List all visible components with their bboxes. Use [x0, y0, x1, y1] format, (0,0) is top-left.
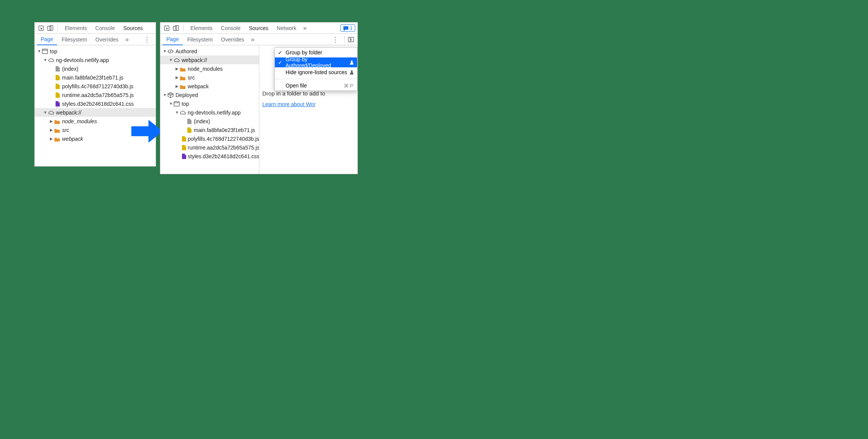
- tree-folder[interactable]: ▶src: [160, 73, 259, 82]
- drop-hint: Drop in a folder to add to: [262, 90, 354, 97]
- tree-label: Deployed: [174, 92, 198, 98]
- tree-label: main.fa8bfa0e23f1eb71.js: [61, 75, 123, 81]
- device-toggle-icon[interactable]: [46, 24, 54, 32]
- tree-top[interactable]: ▼top: [35, 47, 156, 56]
- tab-elements[interactable]: Elements: [187, 22, 216, 34]
- tab-console[interactable]: Console: [217, 22, 244, 34]
- tree-label: styles.d3e2b24618d2c641.css: [186, 153, 259, 159]
- main-tabstrip: Elements Console Sources: [35, 22, 156, 34]
- issues-count: 1: [350, 25, 353, 31]
- more-tabs-icon[interactable]: »: [301, 25, 309, 32]
- arrow-icon: [129, 118, 164, 145]
- tree-folder[interactable]: ▶webpack: [160, 82, 259, 91]
- tree-file[interactable]: polyfills.4c768d7122740d3b.js: [160, 134, 259, 143]
- tree-label: webpack: [186, 83, 209, 89]
- tab-sources[interactable]: Sources: [245, 22, 272, 34]
- subtab-filesystem[interactable]: Filesystem: [183, 34, 217, 45]
- menu-open-file[interactable]: Open file ⌘ P: [275, 81, 357, 91]
- tree-label: webpack://: [180, 57, 207, 63]
- subtab-overrides[interactable]: Overrides: [217, 34, 248, 45]
- subtab-overrides[interactable]: Overrides: [92, 34, 123, 45]
- more-tabs-icon[interactable]: »: [123, 36, 131, 43]
- menu-label: Group by Authored/Deployed: [286, 56, 353, 68]
- source-tree: ▼top ▼ng-devtools.netlify.app (index) ma…: [35, 45, 156, 166]
- toggle-navigator-icon[interactable]: [347, 35, 355, 44]
- tree-label: Authored: [174, 48, 197, 54]
- check-icon: ✓: [278, 49, 282, 56]
- tree-deployed[interactable]: ▼Deployed: [160, 91, 259, 99]
- menu-label: Group by folder: [286, 49, 322, 56]
- tree-top[interactable]: ▼top: [160, 99, 259, 108]
- flask-icon: [349, 60, 353, 65]
- tree-label: ng-devtools.netlify.app: [186, 110, 241, 116]
- tree-label: main.fa8bfa0e23f1eb71.js: [192, 127, 255, 133]
- tree-file[interactable]: runtime.aa2dc5a72b65a575.js: [35, 91, 156, 99]
- divider: [57, 25, 58, 32]
- tab-network[interactable]: Network: [273, 22, 300, 34]
- inspect-icon[interactable]: [163, 24, 171, 32]
- menu-shortcut: ⌘ P: [344, 83, 353, 89]
- subtab-page[interactable]: Page: [163, 34, 183, 45]
- tree-label: node_modules: [61, 118, 97, 124]
- tree-label: top: [48, 48, 57, 54]
- devtools-panel-after: Elements Console Sources Network » 1 Pag…: [160, 22, 358, 174]
- tree-folder[interactable]: ▶node_modules: [160, 64, 259, 73]
- tree-file[interactable]: (index): [160, 117, 259, 126]
- check-icon: ✓: [278, 59, 282, 65]
- tree-label: webpack: [61, 136, 83, 142]
- sources-subtabs: Page Filesystem Overrides » ⋮: [35, 34, 156, 45]
- tree-label: src: [61, 127, 69, 133]
- tree-file[interactable]: styles.d3e2b24618d2c641.css: [35, 99, 156, 108]
- tree-webpack[interactable]: ▼webpack://: [35, 108, 156, 117]
- tree-domain[interactable]: ▼ng-devtools.netlify.app: [160, 108, 259, 117]
- tab-console[interactable]: Console: [91, 22, 118, 34]
- tree-label: node_modules: [186, 66, 223, 72]
- device-toggle-icon[interactable]: [172, 24, 180, 32]
- source-tree: ▼Authored ▼webpack:// ▶node_modules ▶src…: [160, 45, 259, 174]
- tree-authored[interactable]: ▼Authored: [160, 47, 259, 56]
- context-menu: ✓ Group by folder ✓ Group by Authored/De…: [274, 47, 357, 91]
- tree-label: top: [180, 101, 189, 107]
- tree-label: polyfills.4c768d7122740d3b.js: [61, 83, 134, 89]
- main-tabstrip: Elements Console Sources Network » 1: [160, 22, 357, 34]
- menu-label: Hide ignore-listed sources: [286, 69, 347, 75]
- sources-subtabs: Page Filesystem Overrides » ⋮: [160, 34, 357, 45]
- menu-separator: [275, 79, 357, 79]
- menu-hide-ignore-listed[interactable]: Hide ignore-listed sources: [275, 67, 357, 77]
- tree-file[interactable]: main.fa8bfa0e23f1eb71.js: [160, 126, 259, 134]
- tree-label: webpack://: [54, 110, 81, 116]
- tree-file[interactable]: polyfills.4c768d7122740d3b.js: [35, 82, 156, 91]
- divider: [183, 25, 183, 32]
- tree-file[interactable]: runtime.aa2dc5a72b65a575.js: [160, 143, 259, 152]
- kebab-menu-icon[interactable]: ⋮: [329, 35, 342, 44]
- tree-label: ng-devtools.netlify.app: [54, 57, 109, 63]
- devtools-panel-before: Elements Console Sources Page Filesystem…: [34, 22, 156, 167]
- tab-sources[interactable]: Sources: [120, 22, 147, 34]
- message-icon: [343, 25, 348, 31]
- kebab-menu-icon[interactable]: ⋮: [140, 35, 153, 44]
- tree-label: polyfills.4c768d7122740d3b.js: [186, 136, 259, 142]
- tree-domain[interactable]: ▼ng-devtools.netlify.app: [35, 56, 156, 64]
- flask-icon: [349, 70, 353, 75]
- issues-badge[interactable]: 1: [340, 24, 355, 32]
- tree-label: (index): [192, 118, 210, 124]
- tree-file[interactable]: styles.d3e2b24618d2c641.css: [160, 152, 259, 161]
- tree-label: src: [186, 75, 195, 81]
- tree-label: runtime.aa2dc5a72b65a575.js: [186, 145, 259, 151]
- tree-label: styles.d3e2b24618d2c641.css: [61, 101, 134, 107]
- learn-more-link[interactable]: Learn more about Wor: [262, 101, 316, 107]
- tab-elements[interactable]: Elements: [61, 22, 91, 34]
- menu-group-by-authored[interactable]: ✓ Group by Authored/Deployed: [275, 57, 357, 67]
- tree-label: (index): [61, 66, 78, 72]
- tree-file[interactable]: main.fa8bfa0e23f1eb71.js: [35, 73, 156, 82]
- divider: [344, 36, 345, 43]
- more-tabs-icon[interactable]: »: [249, 36, 257, 43]
- tree-label: runtime.aa2dc5a72b65a575.js: [61, 92, 134, 98]
- subtab-page[interactable]: Page: [37, 34, 57, 45]
- tree-webpack[interactable]: ▼webpack://: [160, 56, 259, 64]
- tree-file[interactable]: (index): [35, 64, 156, 73]
- inspect-icon[interactable]: [37, 24, 45, 32]
- menu-label: Open file: [286, 83, 307, 89]
- subtab-filesystem[interactable]: Filesystem: [58, 34, 91, 45]
